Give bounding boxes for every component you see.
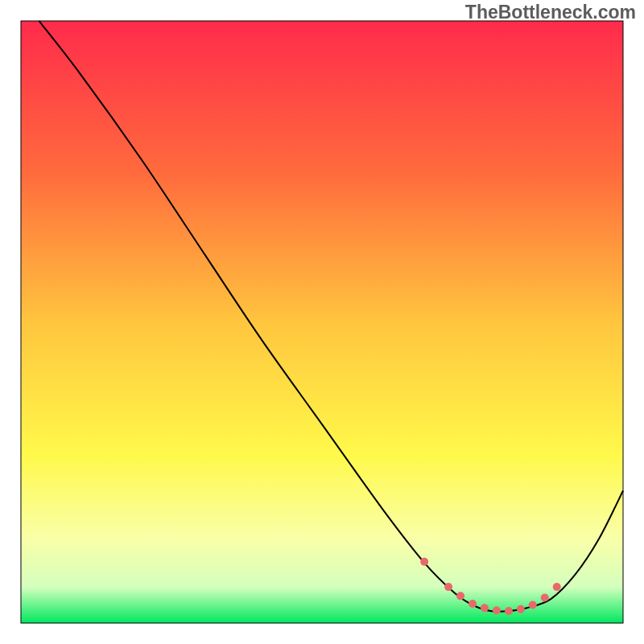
optimal-range-markers-point <box>517 605 525 613</box>
optimal-range-markers-point <box>553 583 561 591</box>
optimal-range-markers-point <box>420 558 428 566</box>
watermark-text: TheBottleneck.com <box>465 2 636 23</box>
bottleneck-chart <box>0 0 644 644</box>
chart-container: TheBottleneck.com <box>0 0 644 644</box>
gradient-background <box>21 21 623 623</box>
optimal-range-markers-point <box>481 604 489 612</box>
optimal-range-markers-point <box>444 583 452 591</box>
optimal-range-markers-point <box>456 592 464 600</box>
optimal-range-markers-point <box>493 606 501 614</box>
optimal-range-markers-point <box>541 594 549 602</box>
optimal-range-markers-point <box>529 601 537 609</box>
optimal-range-markers-point <box>469 600 477 608</box>
optimal-range-markers-point <box>505 607 513 615</box>
